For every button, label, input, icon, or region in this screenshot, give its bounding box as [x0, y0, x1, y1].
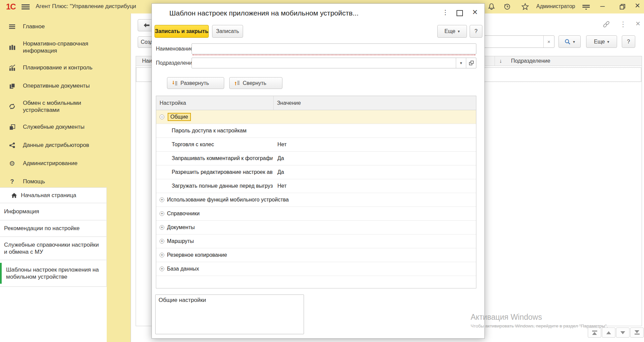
settings-row[interactable]: + Использование функций мобильного устро… [156, 193, 476, 207]
sidebar-link-home[interactable]: Начальная страница [0, 187, 106, 203]
go-next-button[interactable] [616, 328, 630, 338]
tree-toggle-icon[interactable]: + [160, 253, 164, 257]
settings-row[interactable]: − Общие [156, 110, 476, 124]
close-window-icon[interactable]: × [635, 2, 640, 9]
settings-row[interactable]: Запрашивать комментарий к фотографиям Да [156, 152, 476, 165]
tree-toggle-icon[interactable]: + [160, 267, 164, 271]
expand-all-button[interactable]: Развернуть [167, 77, 224, 89]
main-menu-icon[interactable] [22, 3, 30, 10]
save-button[interactable]: Записать [212, 25, 243, 38]
chevron-down-icon: ▾ [573, 39, 575, 44]
settings-row[interactable]: Разрешить редактирование настроек автооб… [156, 165, 476, 179]
sidebar-link-information[interactable]: Информация [0, 203, 106, 220]
sidebar-link-setup-recommendations[interactable]: Рекомендации по настройке [0, 220, 106, 237]
tree-toggle-icon[interactable]: + [160, 225, 164, 230]
go-first-button[interactable] [588, 328, 601, 338]
department-choose-icon[interactable]: ▾ [456, 58, 466, 68]
dialog-menu-dots-icon[interactable]: ⋮ [442, 8, 449, 16]
sidebar-item-operational-documents[interactable]: Оперативные документы [0, 77, 107, 95]
settings-row[interactable]: Пароль доступа к настройкам [156, 124, 476, 138]
tree-toggle-icon[interactable]: + [160, 239, 164, 244]
dialog-close-icon[interactable]: × [471, 7, 479, 18]
tree-buttons-row: Развернуть Свернуть [152, 77, 484, 89]
tree-toggle-icon[interactable]: + [160, 197, 164, 202]
settings-row[interactable]: + Маршруты [156, 235, 476, 248]
settings-row[interactable]: Торговля с колес Нет [156, 138, 476, 152]
go-previous-button[interactable] [602, 328, 615, 338]
sidebar-item-mobile-exchange[interactable]: Обмен с мобильными устройствами [0, 95, 107, 118]
sidebar-item-service-documents[interactable]: Служебные документы [0, 118, 107, 136]
settings-row[interactable]: + База данных [156, 262, 476, 276]
dialog-title: Шаблон настроек приложения на мобильном … [169, 9, 359, 17]
setting-name: Использование функций мобильного устройс… [167, 197, 289, 203]
setting-name: База данных [167, 266, 199, 272]
save-and-close-button[interactable]: Записать и закрыть [155, 25, 209, 38]
setting-name: Запрашивать комментарий к фотографиям [172, 155, 273, 161]
1c-logo: 1С [6, 2, 16, 11]
name-field-label: Наименование: [156, 46, 195, 52]
setting-name: Разрешить редактирование настроек автооб… [172, 169, 273, 175]
collapse-label: Свернуть [243, 80, 266, 86]
sidebar-link-service-catalogs[interactable]: Служебные справочники настройки и обмена… [0, 237, 106, 260]
sidebar-item-label: Планирование и контроль [23, 64, 93, 71]
find-button[interactable]: ▾ [558, 35, 581, 48]
dialog-more-button[interactable]: Еще ▾ [437, 25, 467, 38]
restore-window-icon[interactable] [619, 3, 627, 11]
setting-value: Да [277, 169, 284, 175]
bar-chart-icon [8, 64, 16, 72]
sidebar-item-administration[interactable]: ⚙ Администрирование [0, 154, 107, 173]
window-close-icon[interactable]: × [634, 20, 642, 28]
collapse-all-button[interactable]: Свернуть [229, 77, 282, 89]
department-input[interactable] [192, 58, 456, 68]
name-input[interactable] [192, 44, 476, 54]
dialog-maximize-icon[interactable] [456, 10, 463, 16]
settings-row[interactable]: + Справочники [156, 207, 476, 221]
department-open-icon[interactable] [466, 58, 476, 68]
help-question-icon: ? [8, 178, 16, 186]
sidebar-item-main[interactable]: Главное [0, 18, 107, 36]
sidebar-item-planning-control[interactable]: Планирование и контроль [0, 59, 107, 77]
setting-name: Маршруты [167, 238, 194, 244]
sidebar-link-mobile-settings-templates[interactable]: Шаблоны настроек приложения на мобильном… [0, 260, 106, 287]
go-last-button[interactable] [630, 328, 644, 338]
department-field-row: Подразделение: ▾ [152, 58, 484, 69]
get-link-icon[interactable] [602, 20, 610, 28]
list-more-button[interactable]: Еще ▾ [586, 35, 617, 48]
column-setting: Настройка [156, 96, 274, 110]
description-field[interactable]: Общие настройки [155, 294, 304, 334]
history-icon[interactable] [503, 3, 511, 11]
department-field-label: Подразделение: [156, 60, 197, 66]
favorites-star-icon[interactable] [521, 3, 529, 11]
settings-row[interactable]: Загружать полные данные перед выгрузкой … [156, 179, 476, 193]
column-value: Значение [274, 100, 301, 106]
minimize-window-icon[interactable]: – [600, 2, 605, 9]
desktop-background-strip [107, 13, 131, 342]
settings-row[interactable]: + Резервное копирование [156, 248, 476, 262]
department-field: ▾ [192, 58, 476, 68]
sidebar-item-reference-info[interactable]: Нормативно-справочная информация [0, 36, 107, 59]
list-help-button[interactable]: ? [622, 35, 635, 48]
settings-table-body: − Общие Пароль доступа к настройкам Торг… [156, 110, 476, 276]
sidebar-item-distributors-data[interactable]: Данные дистрибьюторов [0, 136, 107, 154]
sync-arrows-icon [8, 102, 16, 111]
settings-row[interactable]: + Документы [156, 221, 476, 235]
dialog-help-button[interactable]: ? [470, 25, 482, 38]
service-menu-icon[interactable] [582, 3, 590, 11]
setting-name: Пароль доступа к настройкам [172, 128, 246, 134]
setting-name: Документы [167, 224, 195, 230]
sidebar-item-label: Нормативно-справочная информация [23, 40, 103, 55]
sidebar-item-label: Служебные документы [23, 123, 84, 130]
current-user[interactable]: Администратор [536, 3, 575, 9]
mobile-settings-template-dialog: Шаблон настроек приложения на мобильном … [151, 3, 485, 339]
search-clear-icon[interactable]: × [543, 36, 554, 48]
sidebar-item-label: Главное [23, 23, 45, 30]
tree-toggle-icon[interactable]: − [160, 115, 164, 119]
setting-name: Резервное копирование [167, 252, 227, 258]
window-more-dots-icon[interactable]: ⋮ [619, 20, 627, 28]
app-title: Агент Плюс: "Управление дистрибуци [36, 3, 136, 10]
settings-table-header: Настройка Значение [156, 96, 476, 110]
sidebar-item-label: Помощь [23, 178, 45, 185]
navigation-links: Начальная страница Информация Рекомендац… [0, 187, 107, 287]
tree-toggle-icon[interactable]: + [160, 211, 164, 216]
notifications-bell-icon[interactable] [487, 3, 496, 11]
